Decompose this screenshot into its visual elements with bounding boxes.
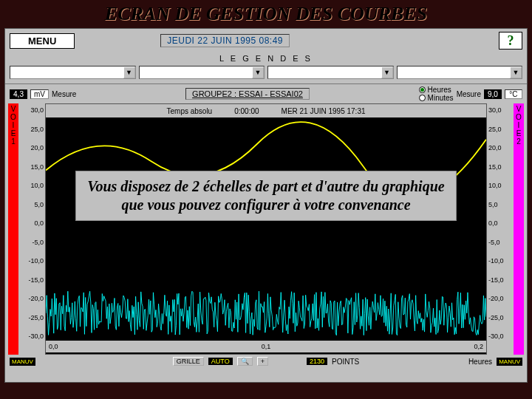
main-panel: MENU JEUDI 22 JUIN 1995 08:49 ? L E G E … xyxy=(4,28,528,383)
right-value: 9,0 xyxy=(484,89,502,99)
right-mesure-label: Mesure xyxy=(457,90,481,98)
menu-button[interactable]: MENU xyxy=(10,33,75,49)
date-label: MER 21 JUIN 1995 17:31 xyxy=(282,107,366,115)
chevron-down-icon: ▼ xyxy=(123,66,135,78)
left-unit: mV xyxy=(30,89,49,99)
manuv-left: MANUV xyxy=(10,358,35,366)
legend-dropdown-4[interactable]: ▼ xyxy=(397,66,523,79)
zoom-icon[interactable]: 🔍 xyxy=(237,357,253,366)
y-axis-left: 30,025,020,015,010,05,00,0-5,0-10,0-15,0… xyxy=(18,103,45,355)
grille-button[interactable]: GRILLE xyxy=(173,357,204,366)
legend-dropdown-row: ▼ ▼ ▼ ▼ xyxy=(5,64,527,84)
chevron-down-icon: ▼ xyxy=(381,66,393,78)
chevron-down-icon: ▼ xyxy=(510,66,522,78)
voie2-label: VOIE2 xyxy=(514,103,524,355)
x-axis: 0,00,10,2 xyxy=(46,341,486,352)
legend-dropdown-3[interactable]: ▼ xyxy=(267,66,394,79)
left-mesure-label: Mesure xyxy=(52,90,76,98)
radio-heures-label: Heures xyxy=(428,86,451,94)
legend-dropdown-1[interactable]: ▼ xyxy=(10,66,136,79)
page-title: ECRAN DE GESTION DES COURBES xyxy=(0,0,532,28)
t0-label: 0:00:00 xyxy=(234,107,259,115)
chevron-down-icon: ▼ xyxy=(252,66,264,78)
manuv-right: MANUV xyxy=(497,358,522,366)
time-unit-radio-group: Heures Minutes xyxy=(419,86,454,102)
voie1-curve xyxy=(46,287,486,339)
group-name: GROUPE2 : ESSAI - ESSAI02 xyxy=(185,88,310,100)
points-label: POINTS xyxy=(332,358,359,366)
plot-header: Temps absolu 0:00:00 MER 21 JUIN 1995 17… xyxy=(46,104,486,117)
right-unit: °C xyxy=(505,89,522,99)
left-value: 4,3 xyxy=(10,89,27,99)
x-unit-label: Heures xyxy=(364,358,492,366)
help-button[interactable]: ? xyxy=(499,32,522,50)
radio-minutes-label: Minutes xyxy=(428,94,454,102)
zoom-plus-button[interactable]: + xyxy=(257,357,268,366)
radio-heures[interactable] xyxy=(419,86,426,93)
legend-dropdown-2[interactable]: ▼ xyxy=(139,66,265,79)
temps-label: Temps absolu xyxy=(166,107,212,115)
auto-field[interactable]: AUTO xyxy=(208,358,233,365)
overlay-message: Vous disposez de 2 échelles de part et d… xyxy=(75,171,457,221)
legend-header: L E G E N D E S xyxy=(5,52,527,64)
datetime-display: JEUDI 22 JUIN 1995 08:49 xyxy=(160,34,290,47)
y-axis-right: 30,025,020,015,010,05,00,0-5,0-10,0-15,0… xyxy=(487,103,514,355)
chart-plot[interactable]: Temps absolu 0:00:00 MER 21 JUIN 1995 17… xyxy=(45,103,487,355)
points-value: 2130 xyxy=(307,358,327,365)
voie1-label: VOIE1 xyxy=(8,103,18,355)
radio-minutes[interactable] xyxy=(419,95,426,101)
